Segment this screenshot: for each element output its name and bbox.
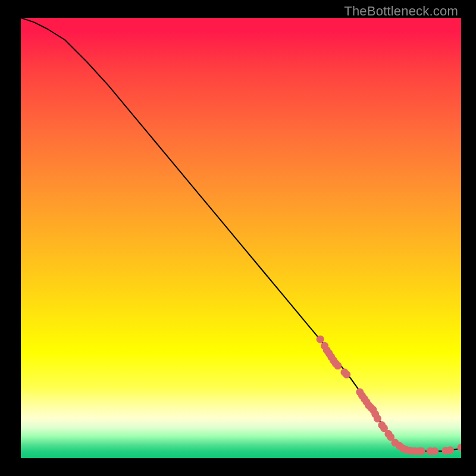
marker-point — [418, 447, 425, 455]
marker-point — [446, 446, 454, 454]
marker-point — [431, 447, 439, 455]
marker-point — [343, 371, 350, 378]
attribution-text: TheBottleneck.com — [344, 4, 458, 19]
marker-point — [458, 444, 462, 452]
chart-svg-overlay — [21, 18, 461, 458]
marker-points-group — [317, 336, 461, 455]
marker-point — [374, 415, 381, 422]
marker-point — [317, 336, 324, 343]
bottleneck-curve — [21, 18, 461, 451]
chart-plot-area — [21, 18, 461, 458]
marker-point — [334, 362, 342, 369]
